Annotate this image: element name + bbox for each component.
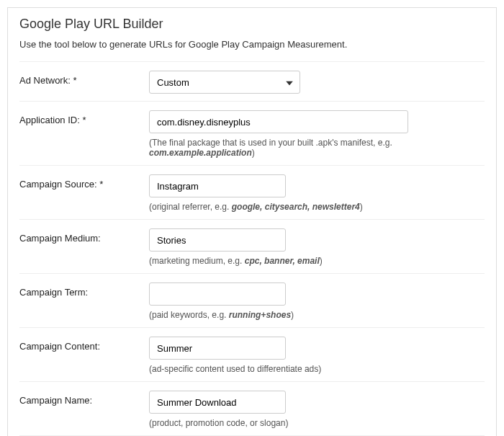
row-campaign-name: Campaign Name: (product, promotion code,… [19, 381, 485, 435]
hint-campaign-medium: (marketing medium, e.g. cpc, banner, ema… [149, 256, 485, 266]
label-ad-network: Ad Network: * [19, 71, 149, 86]
url-builder-panel: Google Play URL Builder Use the tool bel… [7, 7, 497, 436]
campaign-source-input[interactable] [149, 174, 286, 197]
row-campaign-term: Campaign Term: (paid keywords, e.g. runn… [19, 273, 485, 327]
campaign-name-input[interactable] [149, 391, 286, 414]
application-id-input[interactable] [149, 110, 408, 133]
hint-application-id: (The final package that is used in your … [149, 138, 485, 158]
page-subtitle: Use the tool below to generate URLs for … [19, 39, 485, 50]
ad-network-select-value[interactable]: Custom [149, 71, 300, 94]
hint-campaign-name: (product, promotion code, or slogan) [149, 418, 485, 428]
campaign-medium-input[interactable] [149, 228, 286, 252]
hint-campaign-source: (original referrer, e.g. google, citysea… [149, 202, 485, 212]
campaign-term-input[interactable] [149, 282, 286, 306]
row-campaign-source: Campaign Source: * (original referrer, e… [19, 165, 485, 219]
label-campaign-name: Campaign Name: [19, 391, 149, 406]
row-application-id: Application ID: * (The final package tha… [19, 101, 485, 165]
label-campaign-term: Campaign Term: [19, 282, 149, 298]
row-campaign-medium: Campaign Medium: (marketing medium, e.g.… [19, 219, 485, 273]
page-title: Google Play URL Builder [19, 17, 485, 32]
label-campaign-medium: Campaign Medium: [19, 228, 149, 244]
row-ad-network: Ad Network: * Custom [19, 61, 485, 101]
label-application-id: Application ID: * [19, 110, 149, 125]
row-campaign-content: Campaign Content: (ad-specific content u… [19, 327, 485, 381]
label-campaign-content: Campaign Content: [19, 337, 149, 352]
campaign-content-input[interactable] [149, 337, 286, 360]
hint-campaign-content: (ad-specific content used to differentia… [149, 364, 485, 374]
ad-network-select[interactable]: Custom [149, 71, 300, 94]
hint-campaign-term: (paid keywords, e.g. running+shoes) [149, 310, 485, 320]
label-campaign-source: Campaign Source: * [19, 174, 149, 190]
